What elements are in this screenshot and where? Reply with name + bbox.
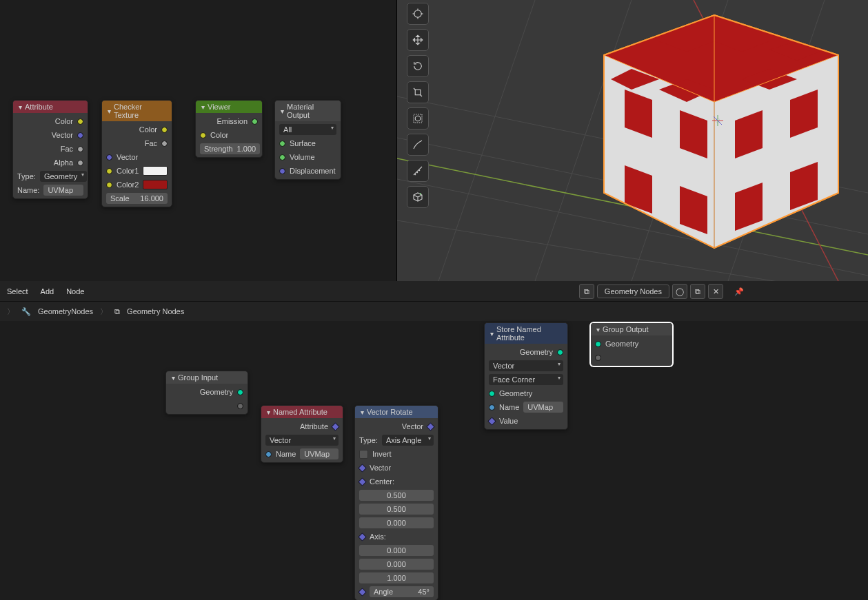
menu-select[interactable]: Select xyxy=(7,287,28,296)
node-header[interactable]: ▾Store Named Attribute xyxy=(485,323,567,344)
pin-icon[interactable]: 📌 xyxy=(734,287,744,296)
node-header[interactable]: ▾Group Input xyxy=(166,371,248,384)
svg-line-4 xyxy=(438,0,535,281)
shader-editor-panel: ▾Attribute Color Vector Fac Alpha Type:G… xyxy=(0,0,397,281)
breadcrumb-item[interactable]: GeometryNodes xyxy=(38,307,93,315)
node-viewer[interactable]: ▾Viewer Emission Color Strength1.000 xyxy=(195,100,263,158)
node-tree-icon: ⧉ xyxy=(114,307,120,316)
node-group-input[interactable]: ▾Group Input Geometry xyxy=(165,371,248,415)
store-domain-dropdown[interactable]: Face Corner xyxy=(489,374,563,385)
node-title: Vector Rotate xyxy=(367,408,413,416)
node-title: Named Attribute xyxy=(273,408,327,416)
node-header[interactable]: ▾Group Output xyxy=(591,323,672,335)
axis-z[interactable]: 1.000 xyxy=(359,572,434,583)
svg-point-43 xyxy=(415,116,421,121)
svg-rect-41 xyxy=(415,90,421,95)
chevron-right-icon: 〉 xyxy=(100,307,108,317)
node-title: Checker Texture xyxy=(114,103,166,119)
strength-field[interactable]: Strength1.000 xyxy=(200,143,260,154)
tool-annotate[interactable] xyxy=(407,134,429,156)
tool-cursor[interactable] xyxy=(407,3,429,25)
viewport-toolbar xyxy=(407,3,429,208)
node-material-output[interactable]: ▾Material Output All Surface Volume Disp… xyxy=(274,100,341,180)
node-title: Viewer xyxy=(208,103,230,111)
node-title: Attribute xyxy=(25,103,53,111)
viewport-grid xyxy=(397,0,868,281)
shield-icon[interactable]: ◯ xyxy=(672,284,687,299)
geometry-nodes-panel: Select Add Node ⧉ Geometry Nodes ◯ ⧉ ✕ 📌… xyxy=(0,281,868,600)
svg-point-36 xyxy=(414,10,422,18)
svg-line-3 xyxy=(397,220,868,281)
node-header[interactable]: ▾Attribute xyxy=(13,101,88,113)
target-dropdown[interactable]: All xyxy=(279,124,336,135)
attribute-name-field[interactable]: UVMap xyxy=(43,185,83,196)
menu-add[interactable]: Add xyxy=(41,287,54,296)
node-group-output[interactable]: ▾Group Output Geometry xyxy=(590,322,673,366)
scale-field[interactable]: Scale16.000 xyxy=(106,193,168,204)
invert-checkbox[interactable] xyxy=(359,450,368,459)
viewport-3d[interactable] xyxy=(397,0,868,281)
tool-transform[interactable] xyxy=(407,107,429,130)
axis-x[interactable]: 0.000 xyxy=(359,545,434,556)
breadcrumb: 〉 🔧 GeometryNodes 〉 ⧉ Geometry Nodes xyxy=(0,302,868,321)
menu-node[interactable]: Node xyxy=(66,287,84,296)
store-type-dropdown[interactable]: Vector xyxy=(489,360,563,371)
duplicate-icon[interactable]: ⧉ xyxy=(690,284,705,299)
node-attribute[interactable]: ▾Attribute Color Vector Fac Alpha Type:G… xyxy=(12,100,88,199)
tool-scale[interactable] xyxy=(407,81,429,103)
axis-y[interactable]: 0.000 xyxy=(359,559,434,570)
tool-add-cube[interactable] xyxy=(407,186,429,208)
color1-swatch[interactable] xyxy=(143,166,168,176)
close-icon[interactable]: ✕ xyxy=(708,284,723,299)
breadcrumb-item[interactable]: Geometry Nodes xyxy=(127,307,184,315)
chevron-right-icon: 〉 xyxy=(7,307,14,317)
type-dropdown[interactable]: Vector xyxy=(265,435,339,446)
node-tree-name[interactable]: Geometry Nodes xyxy=(597,285,669,298)
angle-field[interactable]: Angle45° xyxy=(370,586,434,597)
node-title: Group Output xyxy=(603,325,649,333)
tool-move[interactable] xyxy=(407,29,429,51)
node-title: Group Input xyxy=(178,373,218,382)
node-header[interactable]: ▾Checker Texture xyxy=(102,101,172,121)
center-z[interactable]: 0.000 xyxy=(359,517,434,528)
geometry-node-editor[interactable]: ▾Group Input Geometry ▾Named Attribute A… xyxy=(0,321,868,600)
node-title: Store Named Attribute xyxy=(496,325,562,342)
node-vector-rotate[interactable]: ▾Vector Rotate Vector Type:Axis Angle In… xyxy=(354,405,438,600)
node-header[interactable]: ▾Viewer xyxy=(196,101,262,113)
node-header[interactable]: ▾Named Attribute xyxy=(261,406,343,418)
store-name-field[interactable]: UVMap xyxy=(523,402,563,413)
node-tree-icon[interactable]: ⧉ xyxy=(579,284,594,299)
node-checker-texture[interactable]: ▾Checker Texture Color Fac Vector Color1… xyxy=(101,100,172,207)
tool-rotate[interactable] xyxy=(407,55,429,77)
node-title: Material Output xyxy=(287,103,335,119)
rotate-type-dropdown[interactable]: Axis Angle xyxy=(382,435,434,446)
tool-measure[interactable] xyxy=(407,160,429,182)
center-x[interactable]: 0.500 xyxy=(359,490,434,501)
attribute-type-dropdown[interactable]: Geometry xyxy=(40,171,87,182)
color2-swatch[interactable] xyxy=(143,180,168,189)
node-store-named-attribute[interactable]: ▾Store Named Attribute Geometry Vector F… xyxy=(484,322,568,430)
geometry-header: Select Add Node ⧉ Geometry Nodes ◯ ⧉ ✕ 📌 xyxy=(0,281,868,302)
center-y[interactable]: 0.500 xyxy=(359,504,434,515)
node-named-attribute[interactable]: ▾Named Attribute Attribute Vector NameUV… xyxy=(261,405,343,463)
node-header[interactable]: ▾Material Output xyxy=(275,101,341,121)
wrench-icon: 🔧 xyxy=(21,307,31,316)
node-header[interactable]: ▾Vector Rotate xyxy=(355,406,438,418)
name-field[interactable]: UVMap xyxy=(300,448,339,459)
shader-wires xyxy=(0,0,207,103)
